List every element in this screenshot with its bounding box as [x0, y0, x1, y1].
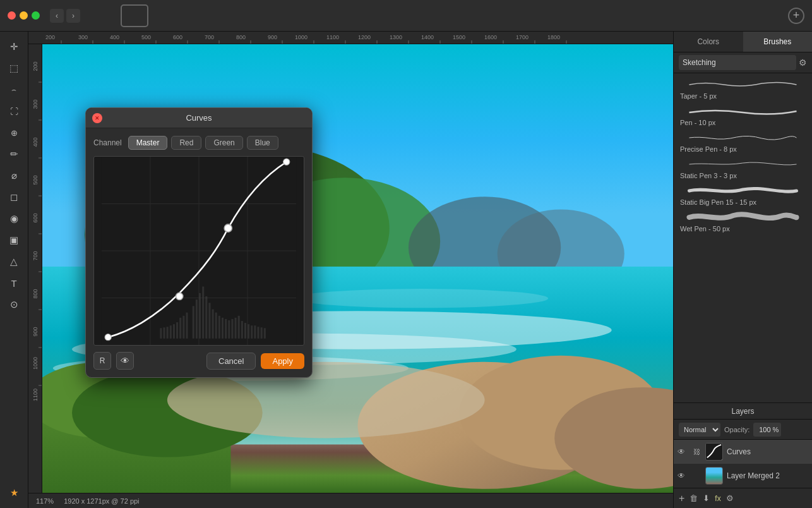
ruler-left-svg: 200 300 400 500 600 700 800	[28, 44, 42, 508]
svg-rect-108	[170, 325, 172, 339]
svg-point-72	[294, 289, 548, 308]
brush-wet-pen[interactable]: Wet Pen - 50 px	[674, 209, 812, 235]
tool-shapes[interactable]: △	[4, 251, 24, 272]
blend-mode-select[interactable]: Normal Multiply Screen Overlay	[679, 423, 720, 437]
curves-close-button[interactable]: ✕	[92, 113, 102, 123]
svg-text:1800: 1800	[547, 34, 560, 40]
svg-rect-92	[231, 319, 233, 339]
svg-rect-80	[193, 306, 194, 338]
delete-layer-button[interactable]: 🗑	[690, 493, 698, 503]
fx-layer-button[interactable]: fx	[715, 494, 720, 503]
curves-titlebar: ✕ Curves	[86, 108, 312, 128]
tool-text[interactable]: T	[4, 273, 24, 293]
layer-curves-visibility[interactable]: 👁	[678, 447, 688, 456]
brush-static-big-pen[interactable]: Static Big Pen 15 - 15 px	[674, 182, 812, 209]
svg-text:900: 900	[268, 34, 277, 40]
layer-curves[interactable]: 👁 ⛓ Curves	[674, 440, 812, 464]
svg-rect-91	[228, 320, 230, 339]
brush-static-pen3[interactable]: Static Pen 3 - 3 px	[674, 155, 812, 182]
export-layer-button[interactable]: ⬇	[703, 493, 710, 503]
canvas-area: 200 300 400 500 600 700 800 900 1000 110…	[28, 32, 673, 508]
nav-forward[interactable]: ›	[66, 9, 80, 23]
svg-rect-90	[225, 319, 227, 339]
svg-text:1100: 1100	[32, 389, 39, 401]
canvas-dimensions: 1920 x 1271px @ 72 ppi	[64, 497, 139, 505]
status-bar: 117% 1920 x 1271px @ 72 ppi	[28, 493, 673, 508]
maximize-button[interactable]	[32, 11, 40, 20]
settings-layer-button[interactable]: ⚙	[726, 493, 734, 503]
tool-gradient[interactable]: ▣	[4, 230, 24, 250]
svg-text:1100: 1100	[326, 34, 339, 40]
tool-star[interactable]: ★	[4, 483, 24, 503]
svg-text:700: 700	[205, 34, 214, 40]
svg-text:600: 600	[173, 34, 182, 40]
channel-blue[interactable]: Blue	[247, 136, 278, 150]
tool-eraser[interactable]: ◻	[4, 187, 24, 207]
tool-fill[interactable]: ◉	[4, 209, 24, 229]
tool-select-lasso[interactable]: ⌢	[4, 80, 24, 100]
layer-curves-thumb-img	[706, 444, 722, 460]
curves-graph-svg	[94, 157, 304, 345]
brush-preset-select[interactable]: Sketching	[679, 55, 796, 70]
add-layer-button[interactable]: +	[679, 493, 684, 504]
brush-pen[interactable]: Pen - 10 px	[674, 102, 812, 129]
close-button[interactable]	[8, 11, 16, 20]
channel-master[interactable]: Master	[128, 136, 168, 150]
brush-taper[interactable]: Taper - 5 px	[674, 76, 812, 102]
svg-rect-95	[186, 313, 188, 339]
svg-rect-88	[218, 316, 220, 339]
svg-rect-104	[254, 325, 256, 339]
tool-zoom[interactable]: ⊙	[4, 294, 24, 315]
svg-rect-106	[261, 327, 263, 338]
layer-merged[interactable]: 👁 Layer Merged 2	[674, 464, 812, 488]
curves-reset-button[interactable]: R	[93, 352, 111, 370]
brush-wet-pen-stroke	[680, 211, 806, 224]
nav-arrows: ‹ ›	[50, 9, 80, 23]
brush-taper-stroke	[680, 78, 806, 91]
channel-green[interactable]: Green	[205, 136, 242, 150]
svg-text:600: 600	[32, 213, 39, 222]
traffic-lights	[8, 11, 40, 20]
brush-static-pen3-label: Static Pen 3 - 3 px	[680, 172, 806, 179]
svg-point-114	[176, 293, 183, 299]
minimize-button[interactable]	[20, 11, 28, 20]
curves-apply-button[interactable]: Apply	[261, 353, 304, 369]
tab-thumbnails	[90, 4, 148, 27]
tab-1[interactable]	[90, 4, 118, 27]
tool-crop[interactable]: ⛶	[4, 101, 24, 121]
layer-merged-thumbnail	[705, 467, 723, 485]
tool-brush[interactable]: ⌀	[4, 166, 24, 186]
brush-static-pen3-stroke	[680, 158, 806, 171]
opacity-input[interactable]	[753, 423, 781, 437]
svg-point-115	[284, 159, 290, 165]
svg-point-113	[224, 224, 232, 232]
tool-move[interactable]: ✛	[4, 37, 24, 57]
nav-back[interactable]: ‹	[50, 9, 64, 23]
tab-colors[interactable]: Colors	[674, 32, 743, 52]
svg-rect-109	[167, 327, 169, 338]
tool-eyedropper[interactable]: ⊕	[4, 123, 24, 143]
brush-taper-label: Taper - 5 px	[680, 92, 806, 100]
svg-text:700: 700	[32, 251, 39, 260]
curves-graph[interactable]	[93, 156, 304, 346]
svg-rect-102	[248, 324, 249, 339]
brush-settings-icon[interactable]: ⚙	[799, 57, 807, 68]
new-tab-button[interactable]: +	[788, 8, 804, 24]
layer-curves-link: ⛓	[691, 448, 702, 456]
svg-text:500: 500	[32, 175, 39, 184]
curves-body: Channel Master Red Green Blue	[86, 128, 312, 377]
svg-text:1400: 1400	[421, 34, 434, 40]
channel-red[interactable]: Red	[171, 136, 201, 150]
svg-rect-86	[212, 309, 214, 338]
layer-merged-name: Layer Merged 2	[727, 471, 780, 480]
tab-brushes[interactable]: Brushes	[743, 32, 813, 52]
tool-select-rect[interactable]: ⬚	[4, 58, 24, 78]
layer-merged-visibility[interactable]: 👁	[678, 471, 688, 480]
layers-panel: Layers Normal Multiply Screen Overlay Op…	[674, 402, 812, 508]
brush-precise-pen[interactable]: Precise Pen - 8 px	[674, 129, 812, 155]
tool-pen[interactable]: ✏	[4, 144, 24, 164]
svg-rect-116	[706, 444, 722, 460]
tab-2[interactable]	[121, 4, 148, 27]
curves-preview-button[interactable]: 👁	[116, 352, 134, 370]
curves-cancel-button[interactable]: Cancel	[206, 353, 256, 370]
